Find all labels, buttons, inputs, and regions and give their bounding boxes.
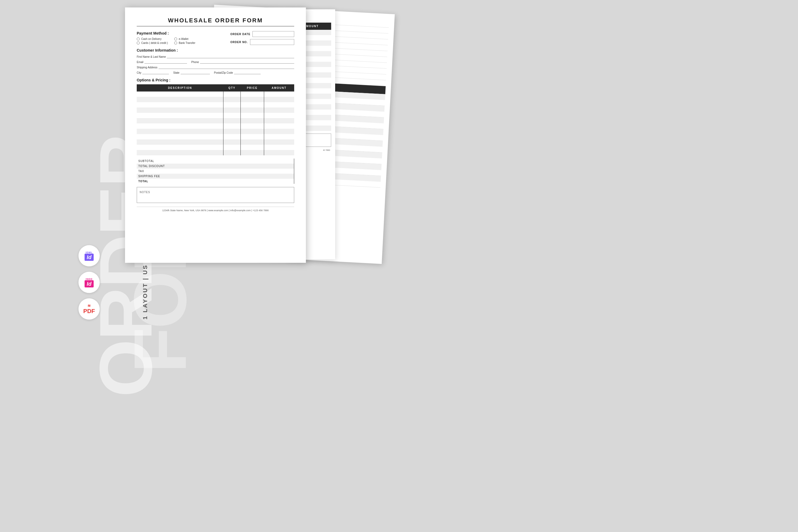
- radio-cod[interactable]: [137, 38, 140, 40]
- field-state-line[interactable]: [180, 71, 210, 74]
- amount-cell[interactable]: [264, 97, 294, 102]
- desc-cell[interactable]: [137, 108, 224, 113]
- field-name-line[interactable]: [167, 55, 294, 58]
- form-title: WHOLESALE ORDER FORM: [137, 17, 294, 24]
- price-cell[interactable]: [241, 129, 264, 134]
- price-cell[interactable]: [241, 92, 264, 97]
- price-cell[interactable]: [241, 97, 264, 102]
- table-row[interactable]: [137, 92, 294, 97]
- amount-cell[interactable]: [264, 145, 294, 150]
- qty-cell[interactable]: [224, 92, 241, 97]
- idml-badge: IDML Id: [78, 245, 100, 267]
- desc-cell[interactable]: [137, 97, 224, 102]
- price-cell[interactable]: [241, 134, 264, 139]
- desc-cell[interactable]: [137, 150, 224, 155]
- price-cell[interactable]: [241, 118, 264, 124]
- amount-cell[interactable]: [264, 124, 294, 129]
- total-amount-cell[interactable]: [242, 179, 294, 184]
- amount-cell[interactable]: [264, 92, 294, 97]
- amount-cell[interactable]: [264, 108, 294, 113]
- amount-cell[interactable]: [264, 113, 294, 118]
- desc-cell[interactable]: [137, 102, 224, 108]
- table-row[interactable]: [137, 118, 294, 124]
- qty-cell[interactable]: [224, 118, 241, 124]
- amount-cell[interactable]: [264, 102, 294, 108]
- price-cell[interactable]: [241, 108, 264, 113]
- table-row[interactable]: [137, 97, 294, 102]
- qty-cell[interactable]: [224, 139, 241, 145]
- qty-cell[interactable]: [224, 145, 241, 150]
- total-amount-cell[interactable]: [242, 169, 294, 174]
- amount-cell[interactable]: [264, 139, 294, 145]
- field-zip-line[interactable]: [234, 71, 261, 74]
- payment-option-ewallet[interactable]: e-Wallet: [174, 38, 195, 40]
- table-row[interactable]: [137, 113, 294, 118]
- notes-box[interactable]: NOTES: [137, 187, 294, 203]
- qty-cell[interactable]: [224, 124, 241, 129]
- desc-cell[interactable]: [137, 113, 224, 118]
- payment-option-cards[interactable]: Cards ( debit & credit ): [137, 41, 168, 44]
- table-row[interactable]: [137, 145, 294, 150]
- qty-cell[interactable]: [224, 102, 241, 108]
- total-qty-cell: [223, 169, 233, 174]
- price-cell[interactable]: [241, 150, 264, 155]
- amount-cell[interactable]: [264, 129, 294, 134]
- order-no-input[interactable]: [250, 39, 294, 45]
- qty-cell[interactable]: [224, 150, 241, 155]
- total-price-cell: [233, 179, 242, 184]
- price-cell[interactable]: [241, 102, 264, 108]
- payment-option-bank[interactable]: Bank Transfer: [174, 41, 195, 44]
- amount-cell[interactable]: [264, 118, 294, 124]
- table-row[interactable]: [137, 108, 294, 113]
- qty-cell[interactable]: [224, 113, 241, 118]
- total-label-cell: TOTAL DISCOUNT: [137, 164, 223, 169]
- qty-cell[interactable]: [224, 129, 241, 134]
- total-amount-cell[interactable]: [242, 158, 294, 164]
- field-email-line[interactable]: [145, 60, 187, 63]
- icon-badges-container: IDML Id INDD Id ≋ PDF: [78, 245, 100, 320]
- qty-cell[interactable]: [224, 108, 241, 113]
- col-qty: QTY: [224, 84, 241, 92]
- price-cell[interactable]: [241, 113, 264, 118]
- total-amount-cell[interactable]: [242, 164, 294, 169]
- field-phone-line[interactable]: [200, 60, 294, 63]
- table-row[interactable]: [137, 129, 294, 134]
- pdf-wave-icon: ≋: [88, 304, 91, 308]
- radio-cards[interactable]: [137, 41, 140, 44]
- qty-cell[interactable]: [224, 97, 241, 102]
- total-label-cell: SUBTOTAL: [137, 158, 223, 164]
- field-address-line[interactable]: [158, 65, 294, 69]
- payment-option-cod[interactable]: Cash on Delivery: [137, 38, 168, 40]
- payment-right: ORDER DATE ORDER NO.: [230, 31, 294, 45]
- order-date-input[interactable]: [252, 31, 294, 37]
- radio-bank[interactable]: [174, 41, 177, 44]
- desc-cell[interactable]: [137, 139, 224, 145]
- desc-cell[interactable]: [137, 124, 224, 129]
- amount-cell[interactable]: [264, 134, 294, 139]
- field-city-line[interactable]: [142, 71, 169, 74]
- title-divider: [137, 26, 294, 26]
- pdf-badge: ≋ PDF: [78, 299, 100, 320]
- field-city-label: City: [137, 71, 141, 74]
- desc-cell[interactable]: [137, 145, 224, 150]
- desc-cell[interactable]: [137, 92, 224, 97]
- table-row[interactable]: [137, 139, 294, 145]
- table-row[interactable]: [137, 124, 294, 129]
- amount-cell[interactable]: [264, 150, 294, 155]
- table-row[interactable]: [137, 150, 294, 155]
- table-row[interactable]: [137, 102, 294, 108]
- payment-heading: Payment Method :: [137, 31, 230, 35]
- price-cell[interactable]: [241, 145, 264, 150]
- table-row[interactable]: [137, 134, 294, 139]
- desc-cell[interactable]: [137, 129, 224, 134]
- main-document: WHOLESALE ORDER FORM Payment Method : Ca…: [125, 7, 306, 263]
- radio-ewallet[interactable]: [174, 38, 177, 40]
- price-cell[interactable]: [241, 124, 264, 129]
- desc-cell[interactable]: [137, 118, 224, 124]
- total-price-cell: [233, 174, 242, 179]
- total-amount-cell[interactable]: [242, 174, 294, 179]
- price-cell[interactable]: [241, 139, 264, 145]
- desc-cell[interactable]: [137, 134, 224, 139]
- qty-cell[interactable]: [224, 134, 241, 139]
- total-qty-cell: [223, 179, 233, 184]
